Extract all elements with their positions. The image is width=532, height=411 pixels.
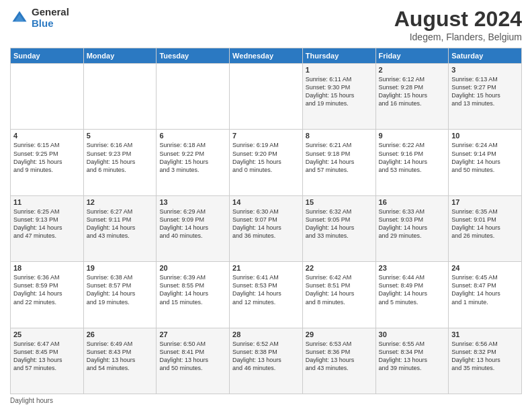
day-info: Sunrise: 6:12 AM Sunset: 9:28 PM Dayligh… — [379, 75, 446, 108]
calendar-table: Sunday Monday Tuesday Wednesday Thursday… — [10, 48, 522, 394]
calendar-cell: 26Sunrise: 6:49 AM Sunset: 8:43 PM Dayli… — [83, 328, 157, 394]
logo-blue: Blue — [32, 18, 69, 30]
day-number: 20 — [159, 264, 226, 272]
logo-icon — [10, 9, 29, 28]
col-tuesday: Tuesday — [157, 48, 230, 64]
calendar-cell: 27Sunrise: 6:50 AM Sunset: 8:41 PM Dayli… — [157, 328, 230, 394]
day-info: Sunrise: 6:21 AM Sunset: 9:18 PM Dayligh… — [306, 141, 373, 174]
calendar-cell: 14Sunrise: 6:30 AM Sunset: 9:07 PM Dayli… — [230, 195, 303, 261]
day-number: 2 — [379, 66, 446, 74]
day-info: Sunrise: 6:50 AM Sunset: 8:41 PM Dayligh… — [159, 340, 226, 373]
calendar-cell: 8Sunrise: 6:21 AM Sunset: 9:18 PM Daylig… — [302, 130, 375, 195]
day-info: Sunrise: 6:42 AM Sunset: 8:51 PM Dayligh… — [306, 273, 373, 306]
day-info: Sunrise: 6:25 AM Sunset: 9:13 PM Dayligh… — [13, 208, 81, 240]
col-friday: Friday — [375, 48, 449, 64]
day-number: 27 — [159, 330, 226, 338]
day-info: Sunrise: 6:55 AM Sunset: 8:34 PM Dayligh… — [379, 340, 446, 373]
calendar-cell: 9Sunrise: 6:22 AM Sunset: 9:16 PM Daylig… — [375, 130, 449, 195]
day-number: 10 — [451, 132, 519, 140]
day-number: 11 — [13, 198, 81, 206]
day-info: Sunrise: 6:30 AM Sunset: 9:07 PM Dayligh… — [232, 208, 300, 240]
calendar-cell: 25Sunrise: 6:47 AM Sunset: 8:45 PM Dayli… — [11, 328, 84, 394]
calendar-cell — [157, 64, 230, 130]
calendar-header: Sunday Monday Tuesday Wednesday Thursday… — [11, 48, 522, 64]
week-row-5: 25Sunrise: 6:47 AM Sunset: 8:45 PM Dayli… — [11, 328, 522, 394]
calendar-cell: 2Sunrise: 6:12 AM Sunset: 9:28 PM Daylig… — [375, 64, 449, 130]
page: General Blue August 2024 Idegem, Flander… — [0, 0, 532, 411]
calendar-cell: 1Sunrise: 6:11 AM Sunset: 9:30 PM Daylig… — [302, 64, 375, 130]
day-number: 12 — [87, 198, 154, 206]
calendar-cell: 11Sunrise: 6:25 AM Sunset: 9:13 PM Dayli… — [11, 195, 84, 261]
calendar-cell — [230, 64, 303, 130]
day-number: 8 — [306, 132, 373, 140]
calendar-cell: 16Sunrise: 6:33 AM Sunset: 9:03 PM Dayli… — [375, 195, 449, 261]
day-info: Sunrise: 6:27 AM Sunset: 9:11 PM Dayligh… — [87, 208, 154, 240]
logo: General Blue — [10, 7, 69, 29]
calendar-cell: 20Sunrise: 6:39 AM Sunset: 8:55 PM Dayli… — [157, 262, 230, 328]
day-info: Sunrise: 6:24 AM Sunset: 9:14 PM Dayligh… — [451, 141, 519, 174]
calendar-cell: 17Sunrise: 6:35 AM Sunset: 9:01 PM Dayli… — [449, 195, 522, 261]
calendar-cell: 23Sunrise: 6:44 AM Sunset: 8:49 PM Dayli… — [375, 262, 449, 328]
calendar-cell: 24Sunrise: 6:45 AM Sunset: 8:47 PM Dayli… — [449, 262, 522, 328]
day-info: Sunrise: 6:45 AM Sunset: 8:47 PM Dayligh… — [451, 273, 519, 306]
day-info: Sunrise: 6:32 AM Sunset: 9:05 PM Dayligh… — [306, 208, 373, 240]
day-number: 13 — [159, 198, 226, 206]
col-saturday: Saturday — [449, 48, 522, 64]
day-number: 5 — [87, 132, 154, 140]
main-title: August 2024 — [394, 7, 522, 32]
day-number: 26 — [87, 330, 154, 338]
day-number: 30 — [379, 330, 446, 338]
day-number: 19 — [87, 264, 154, 272]
day-info: Sunrise: 6:11 AM Sunset: 9:30 PM Dayligh… — [306, 75, 373, 108]
calendar-cell: 10Sunrise: 6:24 AM Sunset: 9:14 PM Dayli… — [449, 130, 522, 195]
day-info: Sunrise: 6:39 AM Sunset: 8:55 PM Dayligh… — [159, 273, 226, 306]
calendar-cell: 18Sunrise: 6:36 AM Sunset: 8:59 PM Dayli… — [11, 262, 84, 328]
day-info: Sunrise: 6:44 AM Sunset: 8:49 PM Dayligh… — [379, 273, 446, 306]
day-number: 21 — [232, 264, 300, 272]
calendar-cell: 4Sunrise: 6:15 AM Sunset: 9:25 PM Daylig… — [11, 130, 84, 195]
header: General Blue August 2024 Idegem, Flander… — [10, 7, 522, 42]
calendar-cell: 12Sunrise: 6:27 AM Sunset: 9:11 PM Dayli… — [83, 195, 157, 261]
calendar-cell: 30Sunrise: 6:55 AM Sunset: 8:34 PM Dayli… — [375, 328, 449, 394]
day-number: 4 — [13, 132, 81, 140]
day-info: Sunrise: 6:16 AM Sunset: 9:23 PM Dayligh… — [87, 141, 154, 174]
calendar-cell: 29Sunrise: 6:53 AM Sunset: 8:36 PM Dayli… — [302, 328, 375, 394]
day-number: 16 — [379, 198, 446, 206]
calendar-cell — [83, 64, 157, 130]
day-number: 24 — [451, 264, 519, 272]
day-info: Sunrise: 6:19 AM Sunset: 9:20 PM Dayligh… — [232, 141, 300, 174]
day-info: Sunrise: 6:15 AM Sunset: 9:25 PM Dayligh… — [13, 141, 81, 174]
calendar-cell: 15Sunrise: 6:32 AM Sunset: 9:05 PM Dayli… — [302, 195, 375, 261]
day-info: Sunrise: 6:33 AM Sunset: 9:03 PM Dayligh… — [379, 208, 446, 240]
calendar-cell: 19Sunrise: 6:38 AM Sunset: 8:57 PM Dayli… — [83, 262, 157, 328]
day-info: Sunrise: 6:49 AM Sunset: 8:43 PM Dayligh… — [87, 340, 154, 373]
day-number: 6 — [159, 132, 226, 140]
header-row: Sunday Monday Tuesday Wednesday Thursday… — [11, 48, 522, 64]
day-info: Sunrise: 6:47 AM Sunset: 8:45 PM Dayligh… — [13, 340, 81, 373]
calendar-cell: 22Sunrise: 6:42 AM Sunset: 8:51 PM Dayli… — [302, 262, 375, 328]
day-info: Sunrise: 6:29 AM Sunset: 9:09 PM Dayligh… — [159, 208, 226, 240]
day-number: 28 — [232, 330, 300, 338]
day-info: Sunrise: 6:35 AM Sunset: 9:01 PM Dayligh… — [451, 208, 519, 240]
col-sunday: Sunday — [11, 48, 84, 64]
day-number: 23 — [379, 264, 446, 272]
calendar-cell: 21Sunrise: 6:41 AM Sunset: 8:53 PM Dayli… — [230, 262, 303, 328]
calendar-cell — [11, 64, 84, 130]
logo-text: General Blue — [32, 7, 69, 29]
day-info: Sunrise: 6:56 AM Sunset: 8:32 PM Dayligh… — [451, 340, 519, 373]
calendar-cell: 31Sunrise: 6:56 AM Sunset: 8:32 PM Dayli… — [449, 328, 522, 394]
day-info: Sunrise: 6:52 AM Sunset: 8:38 PM Dayligh… — [232, 340, 300, 373]
day-info: Sunrise: 6:22 AM Sunset: 9:16 PM Dayligh… — [379, 141, 446, 174]
subtitle: Idegem, Flanders, Belgium — [394, 32, 522, 42]
day-info: Sunrise: 6:41 AM Sunset: 8:53 PM Dayligh… — [232, 273, 300, 306]
calendar-cell: 5Sunrise: 6:16 AM Sunset: 9:23 PM Daylig… — [83, 130, 157, 195]
col-monday: Monday — [83, 48, 157, 64]
day-info: Sunrise: 6:53 AM Sunset: 8:36 PM Dayligh… — [306, 340, 373, 373]
calendar-cell: 28Sunrise: 6:52 AM Sunset: 8:38 PM Dayli… — [230, 328, 303, 394]
calendar-body: 1Sunrise: 6:11 AM Sunset: 9:30 PM Daylig… — [11, 64, 522, 394]
day-number: 17 — [451, 198, 519, 206]
footer-note: Daylight hours — [10, 397, 522, 404]
day-number: 9 — [379, 132, 446, 140]
logo-general: General — [32, 7, 69, 18]
day-info: Sunrise: 6:36 AM Sunset: 8:59 PM Dayligh… — [13, 273, 81, 306]
